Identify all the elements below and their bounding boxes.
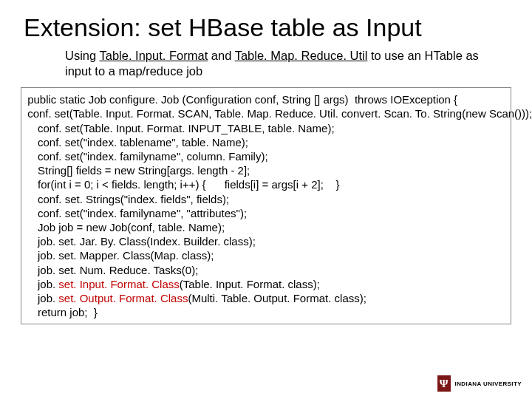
code-line: job. set. Input. Format. Class(Table. In… [24,277,506,291]
slide-title: Extension: set HBase table as Input [24,13,511,42]
subtitle-text: and [208,49,234,62]
code-line: job. set. Mapper. Class(Map. class); [24,248,506,262]
code-line: job. set. Num. Reduce. Tasks(0); [24,263,506,277]
iu-trident-glyph: Ψ [440,378,449,390]
code-text: job. [38,278,58,290]
code-line: conf. set("index. tablename", table. Nam… [24,135,506,149]
code-text: (Table. Input. Format. class); [180,278,320,290]
subtitle-underline-2: Table. Map. Reduce. Util [235,49,368,62]
code-text: job. [38,292,58,304]
code-line: conf. set(Table. Input. Format. SCAN, Ta… [24,106,506,120]
code-highlight: set. Output. Format. Class [58,292,188,304]
code-line: job. set. Output. Format. Class(Multi. T… [24,291,506,305]
code-line: conf. set. Strings("index. fields", fiel… [24,192,506,206]
code-line: conf. set("index. familyname", column. F… [24,149,506,163]
slide: Extension: set HBase table as Input Usin… [0,0,532,399]
slide-subtitle: Using Table. Input. Format and Table. Ma… [65,48,482,78]
code-highlight: set. Input. Format. Class [58,278,179,290]
code-line: conf. set("index. familyname", "attribut… [24,206,506,220]
code-line: conf. set(Table. Input. Format. INPUT_TA… [24,121,506,135]
code-line: for(int i = 0; i < fields. length; i++) … [24,177,506,191]
code-line: String[] fields = new String[args. lengt… [24,163,506,177]
university-logo: Ψ INDIANA UNIVERSITY [437,375,522,392]
code-block: public static Job configure. Job (Config… [21,87,511,324]
code-line: Job job = new Job(conf, table. Name); [24,220,506,234]
iu-trident-icon: Ψ [437,375,451,392]
code-line: public static Job configure. Job (Config… [24,92,506,106]
subtitle-underline-1: Table. Input. Format [99,49,208,62]
subtitle-text: Using [65,49,99,62]
code-text: (Multi. Table. Output. Format. class); [188,292,366,304]
code-line: job. set. Jar. By. Class(Index. Builder.… [24,234,506,248]
university-name: INDIANA UNIVERSITY [455,381,522,387]
code-line: return job; } [24,305,506,319]
